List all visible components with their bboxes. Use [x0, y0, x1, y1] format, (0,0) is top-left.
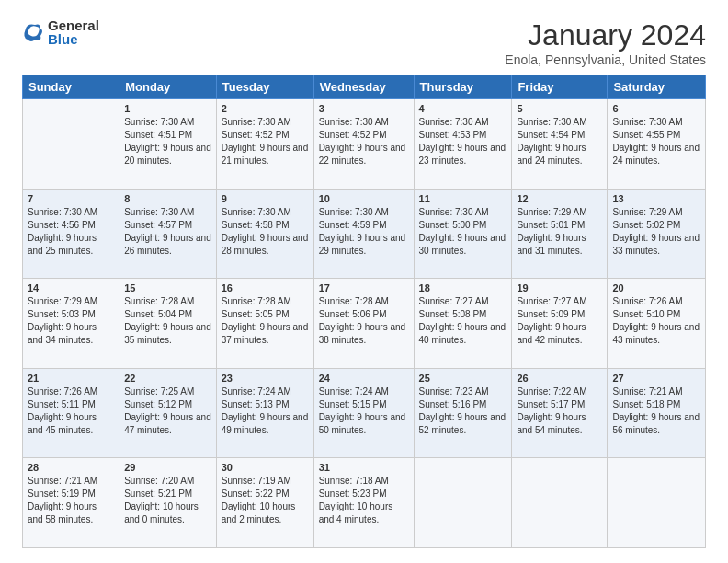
header-sunday: Sunday	[23, 75, 119, 99]
logo-icon	[22, 21, 44, 43]
day-cell	[414, 458, 512, 548]
calendar-title: January 2024	[505, 18, 706, 52]
day-cell: 14Sunrise: 7:29 AMSunset: 5:03 PMDayligh…	[23, 279, 119, 369]
logo-general-text: General	[48, 18, 99, 32]
day-cell: 13Sunrise: 7:29 AMSunset: 5:02 PMDayligh…	[608, 189, 706, 279]
day-cell: 11Sunrise: 7:30 AMSunset: 5:00 PMDayligh…	[414, 189, 512, 279]
day-info: Sunrise: 7:28 AMSunset: 5:05 PMDaylight:…	[222, 295, 309, 347]
day-number: 28	[28, 462, 114, 473]
day-info: Sunrise: 7:27 AMSunset: 5:08 PMDaylight:…	[419, 295, 507, 347]
day-cell: 21Sunrise: 7:26 AMSunset: 5:11 PMDayligh…	[23, 368, 119, 458]
day-info: Sunrise: 7:21 AMSunset: 5:19 PMDaylight:…	[28, 475, 114, 526]
week-row-3: 14Sunrise: 7:29 AMSunset: 5:03 PMDayligh…	[23, 279, 706, 369]
header-friday: Friday	[512, 75, 608, 99]
day-cell	[608, 458, 706, 548]
day-number: 4	[419, 103, 507, 114]
header-thursday: Thursday	[414, 75, 512, 99]
header-monday: Monday	[119, 75, 217, 99]
day-info: Sunrise: 7:30 AMSunset: 4:56 PMDaylight:…	[28, 206, 114, 258]
week-row-4: 21Sunrise: 7:26 AMSunset: 5:11 PMDayligh…	[23, 368, 706, 458]
day-number: 2	[222, 103, 309, 114]
day-number: 30	[222, 462, 309, 473]
day-cell: 24Sunrise: 7:24 AMSunset: 5:15 PMDayligh…	[313, 368, 414, 458]
day-number: 22	[124, 373, 211, 384]
day-cell: 4Sunrise: 7:30 AMSunset: 4:53 PMDaylight…	[414, 99, 512, 190]
day-info: Sunrise: 7:19 AMSunset: 5:22 PMDaylight:…	[222, 475, 309, 526]
day-number: 16	[222, 282, 309, 293]
day-number: 23	[222, 373, 309, 384]
day-info: Sunrise: 7:25 AMSunset: 5:12 PMDaylight:…	[124, 385, 211, 437]
day-info: Sunrise: 7:30 AMSunset: 4:57 PMDaylight:…	[124, 206, 211, 258]
header-wednesday: Wednesday	[313, 75, 414, 99]
day-number: 12	[517, 193, 602, 204]
day-number: 10	[319, 193, 409, 204]
day-info: Sunrise: 7:30 AMSunset: 4:52 PMDaylight:…	[222, 116, 309, 167]
day-info: Sunrise: 7:18 AMSunset: 5:23 PMDaylight:…	[319, 475, 409, 526]
day-cell: 20Sunrise: 7:26 AMSunset: 5:10 PMDayligh…	[608, 279, 706, 369]
day-cell: 5Sunrise: 7:30 AMSunset: 4:54 PMDaylight…	[512, 99, 608, 190]
day-info: Sunrise: 7:26 AMSunset: 5:11 PMDaylight:…	[28, 385, 114, 437]
day-number: 31	[319, 462, 409, 473]
day-number: 14	[28, 282, 114, 293]
day-cell: 2Sunrise: 7:30 AMSunset: 4:52 PMDaylight…	[216, 99, 313, 190]
header-saturday: Saturday	[608, 75, 706, 99]
day-number: 24	[319, 373, 409, 384]
day-number: 27	[612, 373, 700, 384]
day-cell: 12Sunrise: 7:29 AMSunset: 5:01 PMDayligh…	[512, 189, 608, 279]
day-info: Sunrise: 7:29 AMSunset: 5:03 PMDaylight:…	[28, 295, 114, 347]
day-info: Sunrise: 7:24 AMSunset: 5:15 PMDaylight:…	[319, 385, 409, 437]
day-info: Sunrise: 7:30 AMSunset: 4:52 PMDaylight:…	[319, 116, 409, 167]
day-cell: 22Sunrise: 7:25 AMSunset: 5:12 PMDayligh…	[119, 368, 217, 458]
calendar-table: Sunday Monday Tuesday Wednesday Thursday…	[22, 75, 706, 548]
day-info: Sunrise: 7:21 AMSunset: 5:18 PMDaylight:…	[612, 385, 700, 437]
day-info: Sunrise: 7:23 AMSunset: 5:16 PMDaylight:…	[419, 385, 507, 437]
logo: General Blue	[22, 18, 99, 46]
logo-text: General Blue	[48, 18, 99, 46]
week-row-1: 1Sunrise: 7:30 AMSunset: 4:51 PMDaylight…	[23, 99, 706, 190]
day-info: Sunrise: 7:30 AMSunset: 4:55 PMDaylight:…	[612, 116, 700, 167]
day-cell: 1Sunrise: 7:30 AMSunset: 4:51 PMDaylight…	[119, 99, 217, 190]
day-number: 6	[612, 103, 700, 114]
day-info: Sunrise: 7:28 AMSunset: 5:06 PMDaylight:…	[319, 295, 409, 347]
calendar-subtitle: Enola, Pennsylvania, United States	[505, 52, 706, 67]
day-cell: 17Sunrise: 7:28 AMSunset: 5:06 PMDayligh…	[313, 279, 414, 369]
page: General Blue January 2024 Enola, Pennsyl…	[0, 0, 728, 563]
day-number: 8	[124, 193, 211, 204]
day-cell: 25Sunrise: 7:23 AMSunset: 5:16 PMDayligh…	[414, 368, 512, 458]
day-cell: 9Sunrise: 7:30 AMSunset: 4:58 PMDaylight…	[216, 189, 313, 279]
day-number: 17	[319, 282, 409, 293]
day-info: Sunrise: 7:29 AMSunset: 5:02 PMDaylight:…	[612, 206, 700, 258]
day-number: 1	[124, 103, 211, 114]
day-cell: 26Sunrise: 7:22 AMSunset: 5:17 PMDayligh…	[512, 368, 608, 458]
day-info: Sunrise: 7:24 AMSunset: 5:13 PMDaylight:…	[222, 385, 309, 437]
day-number: 18	[419, 282, 507, 293]
week-row-2: 7Sunrise: 7:30 AMSunset: 4:56 PMDaylight…	[23, 189, 706, 279]
day-cell: 23Sunrise: 7:24 AMSunset: 5:13 PMDayligh…	[216, 368, 313, 458]
day-info: Sunrise: 7:29 AMSunset: 5:01 PMDaylight:…	[517, 206, 602, 258]
day-cell: 18Sunrise: 7:27 AMSunset: 5:08 PMDayligh…	[414, 279, 512, 369]
header: General Blue January 2024 Enola, Pennsyl…	[22, 18, 706, 67]
day-info: Sunrise: 7:30 AMSunset: 4:51 PMDaylight:…	[124, 116, 211, 167]
day-cell: 15Sunrise: 7:28 AMSunset: 5:04 PMDayligh…	[119, 279, 217, 369]
header-row: Sunday Monday Tuesday Wednesday Thursday…	[23, 75, 706, 99]
day-info: Sunrise: 7:30 AMSunset: 4:53 PMDaylight:…	[419, 116, 507, 167]
day-number: 20	[612, 282, 700, 293]
day-info: Sunrise: 7:27 AMSunset: 5:09 PMDaylight:…	[517, 295, 602, 347]
calendar-header: Sunday Monday Tuesday Wednesday Thursday…	[23, 75, 706, 99]
day-number: 25	[419, 373, 507, 384]
day-info: Sunrise: 7:30 AMSunset: 5:00 PMDaylight:…	[419, 206, 507, 258]
title-block: January 2024 Enola, Pennsylvania, United…	[505, 18, 706, 67]
day-number: 9	[222, 193, 309, 204]
day-cell	[512, 458, 608, 548]
day-number: 5	[517, 103, 602, 114]
day-cell: 3Sunrise: 7:30 AMSunset: 4:52 PMDaylight…	[313, 99, 414, 190]
day-cell: 30Sunrise: 7:19 AMSunset: 5:22 PMDayligh…	[216, 458, 313, 548]
day-number: 15	[124, 282, 211, 293]
day-cell: 31Sunrise: 7:18 AMSunset: 5:23 PMDayligh…	[313, 458, 414, 548]
day-info: Sunrise: 7:26 AMSunset: 5:10 PMDaylight:…	[612, 295, 700, 347]
day-number: 11	[419, 193, 507, 204]
day-info: Sunrise: 7:22 AMSunset: 5:17 PMDaylight:…	[517, 385, 602, 437]
day-cell: 27Sunrise: 7:21 AMSunset: 5:18 PMDayligh…	[608, 368, 706, 458]
day-cell: 29Sunrise: 7:20 AMSunset: 5:21 PMDayligh…	[119, 458, 217, 548]
day-cell: 8Sunrise: 7:30 AMSunset: 4:57 PMDaylight…	[119, 189, 217, 279]
